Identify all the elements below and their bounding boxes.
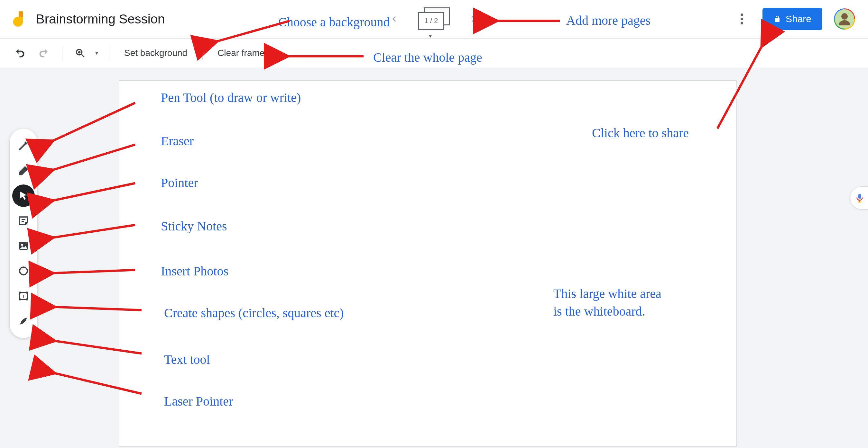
page-indicator[interactable]: 1 / 2 ▾ — [418, 7, 450, 31]
svg-rect-18 — [26, 299, 28, 301]
pen-tool[interactable]: ▸ — [12, 134, 35, 157]
redo-button[interactable] — [33, 43, 54, 63]
app-header: Brainstorming Session 1 / 2 ▾ Share — [0, 0, 868, 39]
toolbar-separator — [202, 46, 203, 60]
svg-rect-17 — [19, 299, 21, 301]
account-avatar[interactable] — [834, 8, 855, 30]
tool-palette: ▸ ▸ T — [10, 129, 37, 338]
prev-page-button[interactable] — [388, 12, 401, 25]
svg-rect-20 — [858, 194, 861, 199]
svg-rect-15 — [19, 292, 21, 294]
svg-point-1 — [741, 13, 743, 16]
share-button-label: Share — [786, 13, 811, 25]
sticky-note-tool[interactable] — [12, 210, 35, 232]
page-navigator: 1 / 2 ▾ — [388, 7, 480, 31]
expand-caret-icon: ▸ — [37, 143, 39, 148]
svg-line-6 — [82, 54, 84, 57]
svg-rect-16 — [26, 292, 28, 294]
set-background-button[interactable]: Set background — [117, 43, 194, 63]
more-options-button[interactable] — [733, 10, 751, 28]
toolbar-separator — [109, 46, 110, 60]
shape-tool[interactable]: ▸ — [12, 260, 35, 282]
svg-point-12 — [21, 244, 23, 246]
whiteboard-canvas[interactable] — [119, 80, 737, 447]
jamboard-logo-icon — [10, 11, 26, 27]
microphone-icon — [854, 193, 865, 203]
laser-pointer-tool[interactable] — [12, 310, 35, 332]
secondary-toolbar: ▾ Set background Clear frame — [0, 39, 868, 68]
svg-point-13 — [20, 267, 27, 275]
zoom-dropdown[interactable]: ▾ — [91, 43, 101, 63]
clear-frame-button[interactable]: Clear frame — [210, 43, 272, 63]
share-button[interactable]: Share — [763, 8, 822, 30]
lock-icon — [773, 15, 781, 23]
svg-point-4 — [841, 13, 848, 20]
page-count-label: 1 / 2 — [424, 17, 438, 25]
text-box-tool[interactable]: T — [12, 285, 35, 307]
canvas-area — [0, 68, 868, 448]
svg-point-2 — [741, 18, 743, 20]
svg-text:T: T — [22, 294, 25, 299]
svg-rect-0 — [19, 11, 23, 17]
undo-button[interactable] — [10, 43, 30, 63]
eraser-tool[interactable] — [12, 160, 35, 182]
zoom-button[interactable] — [70, 43, 90, 63]
toolbar-separator — [62, 46, 62, 60]
next-page-button[interactable] — [467, 12, 480, 25]
expand-caret-icon: ▸ — [37, 268, 39, 274]
image-tool[interactable] — [12, 235, 35, 257]
svg-point-3 — [741, 22, 743, 25]
pointer-tool[interactable] — [12, 184, 35, 207]
caret-down-icon: ▾ — [95, 49, 98, 57]
document-title[interactable]: Brainstorming Session — [36, 12, 165, 26]
